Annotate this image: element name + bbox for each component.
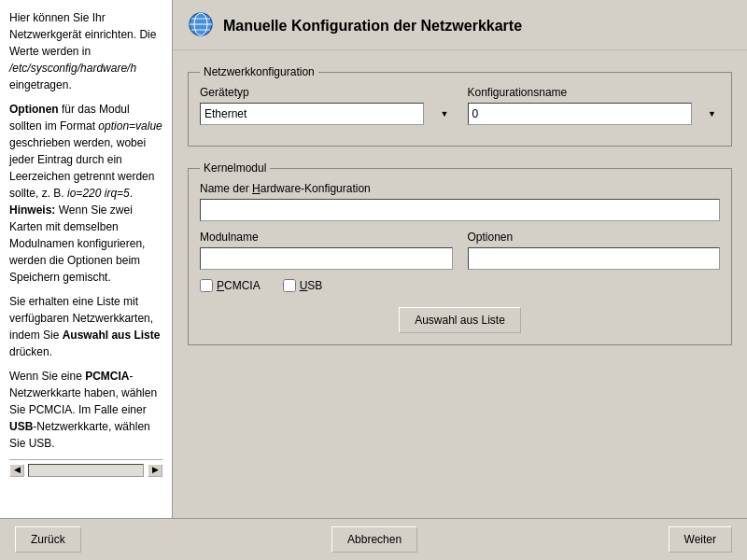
auswahl-aus-liste-button[interactable]: Auswahl aus Liste	[399, 307, 521, 333]
content-header: Manuelle Konfiguration der Netzwerkkarte	[173, 0, 747, 50]
netzwerkkonfiguration-fieldset: Netzwerkkonfiguration Gerätetyp Ethernet…	[188, 65, 732, 147]
scroll-left-btn[interactable]: ◀	[9, 464, 24, 477]
footer-left: Zurück	[15, 526, 81, 553]
optionen-input[interactable]	[468, 247, 721, 270]
sidebar-intro: Hier können Sie Ihr Netzwerkgerät einric…	[9, 9, 162, 93]
auswahl-button-container: Auswahl aus Liste	[200, 307, 720, 333]
modulname-input[interactable]	[200, 247, 453, 270]
sidebar-optionen: Optionen für das Modul sollten im Format…	[9, 101, 162, 286]
modulname-label: Modulname	[200, 231, 453, 244]
konfigurationsname-label: Konfigurationsname	[468, 86, 721, 99]
content-body: Netzwerkkonfiguration Gerätetyp Ethernet…	[173, 50, 747, 518]
pcmcia-checkbox[interactable]	[200, 279, 213, 292]
hardware-name-input[interactable]: static-0	[200, 199, 720, 221]
usb-label: USB	[300, 279, 323, 292]
footer-right: Weiter	[669, 526, 732, 553]
content-area: Manuelle Konfiguration der Netzwerkkarte…	[173, 0, 747, 518]
kernelmodul-legend: Kernelmodul	[200, 161, 270, 175]
optionen-group: Optionen	[468, 231, 721, 270]
konfigurationsname-select-wrapper[interactable]: 0 1 2	[468, 103, 721, 125]
pcmcia-label: PCMCIA	[217, 279, 261, 292]
geraetetyp-select-wrapper[interactable]: Ethernet WLAN Modem DSL	[200, 103, 453, 125]
konfigurationsname-select[interactable]: 0 1 2	[468, 103, 692, 125]
modulname-group: Modulname	[200, 231, 453, 270]
scroll-right-btn[interactable]: ▶	[148, 464, 162, 477]
sidebar-auswahl: Sie erhalten eine Liste mit verfügbaren …	[9, 293, 162, 360]
usb-checkbox-label[interactable]: USB	[283, 279, 323, 292]
abbrechen-button[interactable]: Abbrechen	[331, 526, 417, 553]
scrollbar-track[interactable]	[28, 464, 144, 477]
pcmcia-checkbox-label[interactable]: PCMCIA	[200, 279, 261, 292]
sidebar-pcmcia-usb: Wenn Sie eine PCMCIA-Netzwerkkarte haben…	[9, 368, 162, 452]
footer: Zurück Abbrechen Weiter	[0, 518, 747, 560]
hardware-name-label: Name der Hardware-Konfiguration	[200, 182, 720, 195]
sidebar: Hier können Sie Ihr Netzwerkgerät einric…	[0, 0, 173, 518]
page-title: Manuelle Konfiguration der Netzwerkkarte	[223, 18, 522, 35]
geraetetyp-select[interactable]: Ethernet WLAN Modem DSL	[200, 103, 424, 125]
sidebar-scrollbar[interactable]: ◀ ▶	[9, 459, 162, 477]
hardware-name-group: Name der Hardware-Konfiguration static-0	[200, 182, 720, 221]
kernelmodul-fieldset: Kernelmodul Name der Hardware-Konfigurat…	[188, 161, 732, 345]
modulname-optionen-row: Modulname Optionen	[200, 231, 720, 270]
netzwerk-row: Gerätetyp Ethernet WLAN Modem DSL Konfig…	[200, 86, 720, 125]
footer-center: Abbrechen	[331, 526, 417, 553]
konfigurationsname-group: Konfigurationsname 0 1 2	[468, 86, 721, 125]
network-icon	[188, 11, 214, 40]
usb-checkbox[interactable]	[283, 279, 296, 292]
zuruck-button[interactable]: Zurück	[15, 526, 81, 553]
weiter-button[interactable]: Weiter	[669, 526, 732, 553]
optionen-label: Optionen	[468, 231, 721, 244]
checkbox-row: PCMCIA USB	[200, 279, 720, 292]
geraetetyp-group: Gerätetyp Ethernet WLAN Modem DSL	[200, 86, 453, 125]
netzwerkkonfiguration-legend: Netzwerkkonfiguration	[200, 65, 318, 78]
geraetetyp-label: Gerätetyp	[200, 86, 453, 99]
